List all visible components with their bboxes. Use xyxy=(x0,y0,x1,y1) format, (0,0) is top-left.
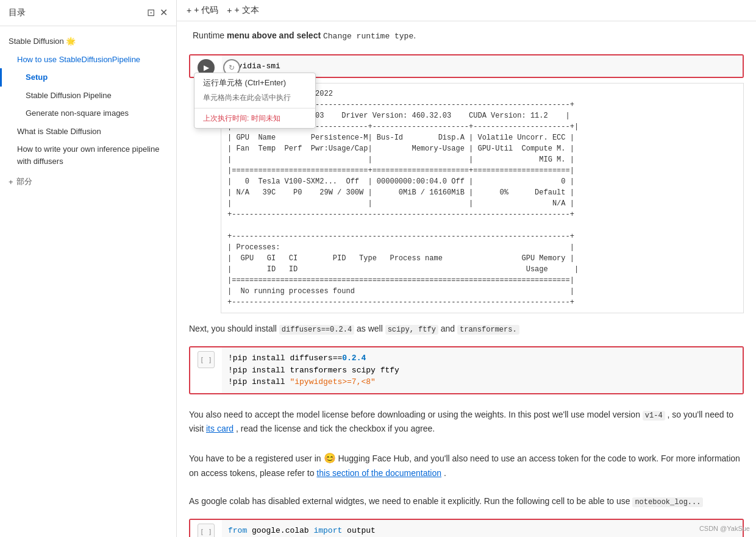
code-cell-2: [ ] !pip install diffusers==0.2.4 !pip i… xyxy=(189,346,744,394)
sidebar-item-label: Stable Diffusion 🌟 xyxy=(9,35,76,48)
plus-text-icon: + xyxy=(227,5,232,15)
sidebar-title: 目录 xyxy=(9,7,26,18)
tooltip-run-action[interactable]: 运行单元格 (Ctrl+Enter) xyxy=(194,73,315,93)
cell3-gutter: [ ] xyxy=(190,520,222,537)
text4-code: notebook_log... xyxy=(632,497,703,507)
add-section-label: 部分 xyxy=(16,176,32,187)
text1-before: Next, you should install xyxy=(189,324,277,333)
sidebar-item-label: How to write your own inference pipeline… xyxy=(17,144,159,166)
text3-line1-before: You have to be a registered user in xyxy=(189,453,324,463)
sidebar-item-inference[interactable]: How to write your own inference pipeline… xyxy=(0,140,176,170)
sidebar-header: 目录 ⊡ ✕ xyxy=(0,0,176,26)
sidebar-item-what-is[interactable]: What is Stable Diffusion xyxy=(0,123,176,141)
toolbar: + + 代码 + + 文本 xyxy=(177,0,756,21)
text1-and: and xyxy=(441,324,457,333)
cell3-import: import xyxy=(313,526,342,535)
sidebar-item-label: Stable Diffusion Pipeline xyxy=(26,91,112,100)
cell2-gutter: [ ] xyxy=(190,347,222,368)
tooltip-desc: 单元格尚未在此会话中执行 xyxy=(194,93,315,107)
cell3-name: output xyxy=(347,526,376,535)
plus-icon: + xyxy=(9,177,13,187)
text1-code2: scipy, ftfy xyxy=(385,325,438,335)
cell2-run-indicator[interactable]: [ ] xyxy=(198,351,215,368)
add-code-button[interactable]: + + 代码 xyxy=(187,5,218,16)
cell2-line1: !pip install diffusers==0.2.4 xyxy=(228,354,366,363)
text2-code: v1-4 xyxy=(643,411,665,421)
runtime-static: Runtime xyxy=(193,30,227,40)
close-icon[interactable]: ✕ xyxy=(160,8,168,18)
add-section-btn[interactable]: + 部分 xyxy=(0,170,176,193)
sidebar-item-label: What is Stable Diffusion xyxy=(17,127,101,136)
text-block-3: You have to be a registered user in 😊 Hu… xyxy=(189,441,744,486)
tooltip-divider xyxy=(194,108,315,108)
main-content: + + 代码 + + 文本 Runtime menu above and sel… xyxy=(177,0,756,537)
text1-code1: diffusers==0.2.4 xyxy=(279,325,354,335)
text2-content: You also need to accept the model licens… xyxy=(189,410,643,419)
cell3-run-indicator[interactable]: [ ] xyxy=(198,524,215,537)
cell3-from: from xyxy=(228,526,247,535)
text4-content: As google colab has disabled external wi… xyxy=(189,496,632,506)
add-text-button[interactable]: + + 文本 xyxy=(227,5,259,16)
csdn-watermark-text: CSDN @YakSue xyxy=(699,525,750,532)
sidebar-item-label: How to use StableDiffusionPipeline xyxy=(17,55,140,64)
runtime-menu: menu above and select xyxy=(227,30,321,40)
csdn-watermark: CSDN @YakSue xyxy=(699,525,750,532)
text1-code3: transformers. xyxy=(457,325,519,335)
cell2-line2: !pip install transformers scipy ftfy xyxy=(228,366,399,375)
sidebar-item-setup[interactable]: Setup xyxy=(0,68,176,87)
text-block-1: Next, you should install diffusers==0.2.… xyxy=(189,313,744,341)
sidebar-header-icons: ⊡ ✕ xyxy=(147,8,168,18)
sidebar-item-non-square[interactable]: Generate non-square images xyxy=(0,104,176,123)
sidebar-item-stable-diffusion[interactable]: Stable Diffusion 🌟 xyxy=(0,32,176,51)
text-block-2: You also need to accept the model licens… xyxy=(189,399,744,442)
sidebar: 目录 ⊡ ✕ Stable Diffusion 🌟 How to use Sta… xyxy=(0,0,177,537)
cell1-wrapper: ▶ !nvidia-smi 运行单元格 (Ctrl+Enter) 单元格尚未在此… xyxy=(189,54,744,79)
cell2-line3: !pip install "ipywidgets>=7,<8" xyxy=(228,377,376,386)
its-card-link[interactable]: its card xyxy=(206,424,234,433)
text-block-4: As google colab has disabled external wi… xyxy=(189,486,744,514)
sidebar-item-how-to-use[interactable]: How to use StableDiffusionPipeline xyxy=(0,51,176,69)
tooltip-time: 上次执行时间: 时间未知 xyxy=(194,110,315,128)
runtime-code: Change runtime type. xyxy=(321,30,416,40)
plus-code-icon: + xyxy=(187,5,191,15)
text1-middle: as well xyxy=(357,324,385,333)
huggingface-emoji: 😊 xyxy=(324,453,336,463)
sidebar-item-label: Setup xyxy=(26,73,48,82)
sidebar-item-pipeline[interactable]: Stable Diffusion Pipeline xyxy=(0,87,176,105)
cell3-module: google.colab xyxy=(252,526,313,535)
tooltip-popup: 运行单元格 (Ctrl+Enter) 单元格尚未在此会话中执行 上次执行时间: … xyxy=(194,73,316,129)
code-cell-3: [ ] from google.colab import output xyxy=(189,519,744,537)
expand-icon[interactable]: ⊡ xyxy=(147,8,155,18)
add-code-label: + 代码 xyxy=(194,5,218,16)
runtime-text: Runtime menu above and select Change run… xyxy=(189,21,744,49)
text3-period: . xyxy=(444,468,446,478)
text2-after: , read the license and tick the checkbox… xyxy=(236,424,435,433)
content-area: Runtime menu above and select Change run… xyxy=(177,21,756,537)
cell3-code[interactable]: from google.colab import output xyxy=(222,520,743,537)
sidebar-item-label: Generate non-square images xyxy=(26,108,129,118)
sidebar-content: Stable Diffusion 🌟 How to use StableDiff… xyxy=(0,26,176,537)
cell2-code[interactable]: !pip install diffusers==0.2.4 !pip insta… xyxy=(222,347,743,393)
add-text-label: + 文本 xyxy=(234,5,259,16)
docs-link[interactable]: this section of the documentation xyxy=(316,468,441,478)
